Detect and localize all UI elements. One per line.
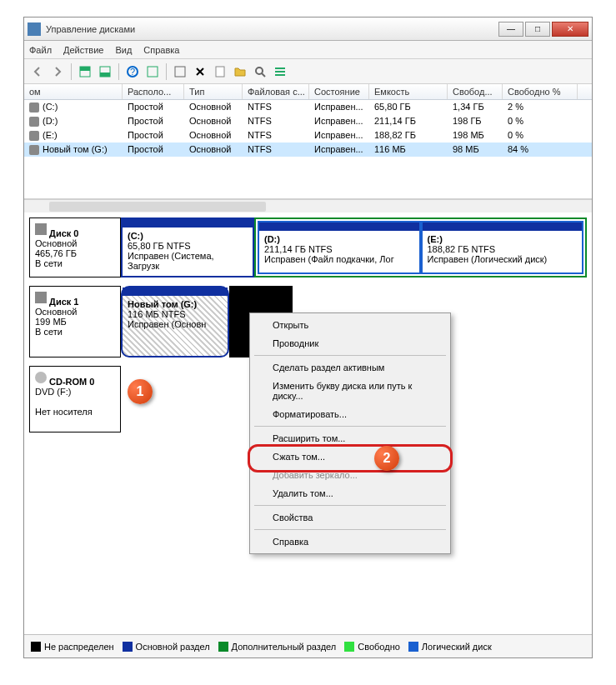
disk-icon [35,223,47,235]
ctx-explorer[interactable]: Проводник [253,334,448,352]
svg-rect-1 [80,67,90,71]
menu-view[interactable]: Вид [115,45,132,55]
menu-help[interactable]: Справка [143,45,179,55]
drive-icon [29,102,39,112]
col-pct[interactable]: Свободно % [503,84,578,99]
vol-d[interactable]: (D:) 211,14 ГБ NTFS Исправен (Файл подка… [258,221,421,274]
scrollbar-thumb[interactable] [49,202,266,212]
disk0-state: В сети [35,258,63,268]
legend-free-swatch [344,642,354,652]
delete-icon[interactable] [192,63,208,80]
cdrom-icon [35,372,47,383]
drive-icon [29,117,39,127]
disk0-row: Диск 0 Основной 465,76 ГБ В сети (C:) 65… [29,218,587,278]
help-icon[interactable]: ? [124,63,141,80]
context-menu: Открыть Проводник Сделать раздел активны… [249,312,451,554]
legend-extended-swatch [218,642,228,652]
disk-graphical-view: Диск 0 Основной 465,76 ГБ В сети (C:) 65… [24,212,592,634]
col-layout[interactable]: Располо... [123,84,184,99]
svg-rect-6 [148,67,158,77]
toolbar: ? [24,59,592,84]
svg-rect-3 [100,72,110,77]
table-row[interactable]: (D:)ПростойОсновнойNTFSИсправен...211,14… [24,114,592,128]
vol-e[interactable]: (E:) 188,82 ГБ NTFS Исправен (Логический… [421,221,584,274]
ctx-format[interactable]: Форматировать... [253,405,448,423]
drive-icon [29,131,39,141]
folder-icon[interactable] [232,63,248,80]
ctx-properties[interactable]: Свойства [253,508,448,527]
minimize-button[interactable]: — [498,22,523,37]
table-row[interactable]: Новый том (G:)ПростойОсновнойNTFSИсправе… [24,142,592,157]
maximize-button[interactable]: □ [525,22,550,37]
legend: Не распределен Основной раздел Дополните… [24,634,592,658]
legend-unalloc-swatch [31,642,41,652]
search-icon[interactable] [252,63,268,80]
list-icon[interactable] [272,63,288,80]
ctx-delete[interactable]: Удалить том... [253,484,448,502]
svg-rect-7 [175,67,185,77]
refresh-icon[interactable] [172,63,188,80]
vol-g[interactable]: Новый том (G:) 116 МБ NTFS Исправен (Осн… [121,286,229,358]
svg-text:?: ? [130,67,135,77]
ctx-open[interactable]: Открыть [253,316,448,334]
table-row[interactable]: (C:)ПростойОсновнойNTFSИсправен...65,80 … [24,100,592,114]
menubar: Файл Действие Вид Справка [24,41,592,59]
svg-point-9 [256,68,263,74]
ctx-active[interactable]: Сделать раздел активным [253,358,448,377]
ctx-mirror: Добавить зеркало... [253,466,448,484]
svg-rect-8 [216,67,224,77]
window-title: Управление дисками [46,24,498,34]
ctx-change-letter[interactable]: Изменить букву диска или путь к диску... [253,377,448,405]
disk1-state: В сети [35,327,63,337]
menu-action[interactable]: Действие [63,45,103,55]
disk1-name: Диск 1 [49,297,78,307]
disk-management-window: Управление дисками — □ ✕ Файл Действие В… [23,17,593,658]
properties-icon[interactable] [212,63,228,80]
legend-primary-swatch [123,642,133,652]
disk0-info[interactable]: Диск 0 Основной 465,76 ГБ В сети [29,218,121,278]
col-status[interactable]: Состояние [309,84,369,99]
back-icon[interactable] [29,63,46,80]
cdrom-info[interactable]: CD-ROM 0 DVD (F:) Нет носителя [29,366,121,432]
forward-icon[interactable] [49,63,66,80]
drive-icon [29,145,39,155]
col-name[interactable]: ом [24,84,123,99]
disk1-size: 199 МБ [35,317,67,327]
disk-icon [35,292,47,303]
titlebar: Управление дисками — □ ✕ [24,18,592,41]
volume-list: ом Располо... Тип Файловая с... Состояни… [24,84,592,199]
disk0-size: 465,76 ГБ [35,248,77,258]
ctx-help[interactable]: Справка [253,532,448,551]
close-button[interactable]: ✕ [552,22,588,37]
col-type[interactable]: Тип [184,84,243,99]
legend-logical-swatch [408,642,418,652]
disk0-type: Основной [35,238,77,248]
vol-c[interactable]: (C:) 65,80 ГБ NTFS Исправен (Система, За… [121,218,254,278]
ctx-extend[interactable]: Расширить том... [253,429,448,448]
layout-top-icon[interactable] [77,63,93,80]
col-free[interactable]: Свобод... [448,84,503,99]
app-icon [28,22,41,36]
col-capacity[interactable]: Емкость [369,84,448,99]
disk1-type: Основной [35,307,77,317]
ctx-shrink[interactable]: Сжать том... [253,448,448,466]
menu-file[interactable]: Файл [29,45,52,55]
disk1-info[interactable]: Диск 1 Основной 199 МБ В сети [29,286,121,358]
layout-bottom-icon[interactable] [97,63,113,80]
table-row[interactable]: (E:)ПростойОсновнойNTFSИсправен...188,82… [24,128,592,142]
disk0-name: Диск 0 [49,228,78,238]
horizontal-scrollbar[interactable] [24,199,592,212]
settings-icon[interactable] [144,63,161,80]
col-fs[interactable]: Файловая с... [243,84,309,99]
